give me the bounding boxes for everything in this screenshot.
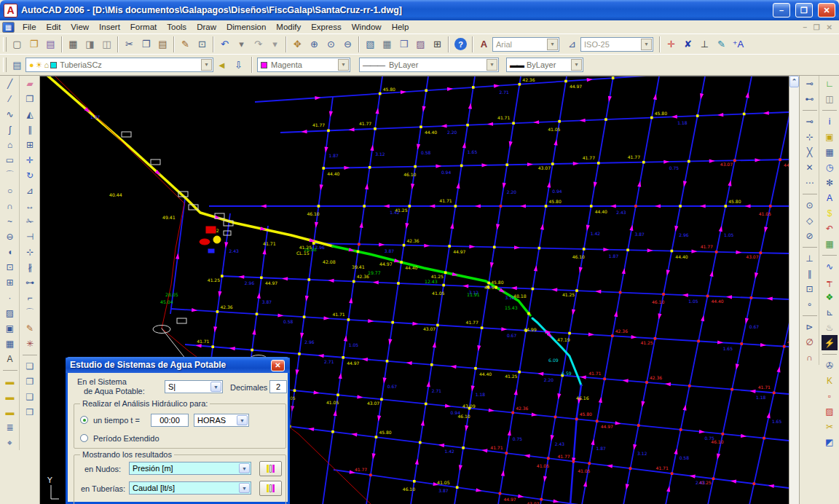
make-block-icon[interactable]: ⊞ xyxy=(2,275,18,290)
circle-icon[interactable]: ○ xyxy=(2,183,18,198)
redo-drop-icon[interactable]: ▾ xyxy=(267,36,283,52)
units-combo-drop-icon[interactable]: ▼ xyxy=(237,415,248,425)
image-icon[interactable]: ▦ xyxy=(822,236,838,251)
zoom-previous-icon[interactable]: ⊖ xyxy=(339,36,356,52)
snap-none-icon[interactable]: ∅ xyxy=(802,334,818,350)
menu-edit[interactable]: Edit xyxy=(42,21,66,33)
spline3-icon[interactable]: ʃ xyxy=(2,122,18,137)
snap-tangent-icon[interactable]: ⊘ xyxy=(802,228,818,243)
ucs-icon[interactable]: ∟ xyxy=(822,76,838,91)
line-icon[interactable]: ╱ xyxy=(2,76,18,91)
snap-intersection-icon[interactable]: ╳ xyxy=(802,144,818,160)
draworder-front-icon[interactable]: ❏ xyxy=(22,358,38,374)
copy-object-icon[interactable]: ❐ xyxy=(22,91,38,106)
redo-icon[interactable]: ↷ xyxy=(250,36,267,52)
mtext-icon[interactable]: A xyxy=(2,351,18,366)
block-tool-icon[interactable]: ❒ xyxy=(395,36,412,52)
massprop-icon[interactable]: ▬ xyxy=(2,404,18,420)
rectangle-icon[interactable]: ▭ xyxy=(2,152,18,168)
scroll-up-icon[interactable]: ⌃ xyxy=(789,76,799,87)
table2-icon[interactable]: ▦ xyxy=(822,144,838,160)
pot-icon[interactable]: ♨ xyxy=(822,320,838,335)
pipes-combo-drop-icon[interactable]: ▼ xyxy=(239,483,250,493)
zoom-window-icon[interactable]: ⊙ xyxy=(323,36,339,52)
hatch-red-icon[interactable]: ▨ xyxy=(822,403,838,419)
undo-icon[interactable]: ↶ xyxy=(216,36,233,52)
font-combo-drop-icon[interactable]: ▾ xyxy=(547,39,558,50)
block-editor-icon[interactable]: ⊡ xyxy=(194,36,210,52)
draworder-back-icon[interactable]: ❐ xyxy=(22,374,38,389)
k-tool-icon[interactable]: K xyxy=(822,373,838,388)
draworder-under-icon[interactable]: ❒ xyxy=(22,404,38,420)
info-icon[interactable]: i xyxy=(822,114,838,129)
insert-block-icon[interactable]: ⊡ xyxy=(2,259,18,275)
revcloud-icon[interactable]: ∩ xyxy=(2,198,18,213)
fields-icon[interactable]: ▦ xyxy=(379,36,395,52)
dim-style-icon[interactable]: ⊿ xyxy=(564,36,580,52)
markup-icon[interactable]: ▨ xyxy=(412,36,429,52)
system-combo-drop-icon[interactable]: ▼ xyxy=(210,382,221,392)
system-combo[interactable]: S| ▼ xyxy=(165,380,223,393)
units-combo[interactable]: HORAS ▼ xyxy=(194,414,249,427)
snap-quadrant-icon[interactable]: ◇ xyxy=(802,213,818,228)
menu-view[interactable]: View xyxy=(66,21,94,33)
maximize-button[interactable]: ❐ xyxy=(795,3,813,17)
draworder-above-icon[interactable]: ❑ xyxy=(22,389,38,404)
layer-sun-icon[interactable]: ☀ xyxy=(36,60,43,70)
plot-icon[interactable]: ▦ xyxy=(65,36,82,52)
point-icon[interactable]: ∙ xyxy=(2,290,18,305)
layer-color-swatch[interactable] xyxy=(50,62,57,68)
cut-icon[interactable]: ✂ xyxy=(121,36,138,52)
hatch-icon[interactable]: ▨ xyxy=(2,305,18,320)
break-icon[interactable]: ∦ xyxy=(22,259,38,275)
single-time-radio[interactable] xyxy=(80,416,88,424)
dialog-title-bar[interactable]: Estudio de Sistemas de Agua Potable xyxy=(66,357,290,373)
layer-lock-icon[interactable]: ⌂ xyxy=(44,60,50,69)
explode-icon[interactable]: ✳ xyxy=(22,336,38,351)
rotate-icon[interactable]: ↻ xyxy=(22,168,38,183)
dim-combo-drop-icon[interactable]: ▾ xyxy=(641,39,652,50)
snap-center-icon[interactable]: ⊙ xyxy=(802,197,818,213)
color-combo-drop-icon[interactable]: ▾ xyxy=(338,59,349,71)
pipe-icon[interactable]: ∿ xyxy=(822,259,838,274)
sheet-set-icon[interactable]: ▧ xyxy=(362,36,379,52)
stretch-icon[interactable]: ↔ xyxy=(22,198,38,213)
snap-midpoint-icon[interactable]: ⊹ xyxy=(802,129,818,144)
join-icon[interactable]: ⊶ xyxy=(22,275,38,290)
plot-axes-icon[interactable]: ⊾ xyxy=(822,304,838,320)
mdi-window-buttons[interactable]: – ❐ ✕ xyxy=(803,23,835,31)
help-icon[interactable]: ? xyxy=(454,38,467,50)
save-icon[interactable]: ▤ xyxy=(42,36,59,52)
chart-icon[interactable]: ◩ xyxy=(822,434,838,449)
snap-insertion-icon[interactable]: ⊡ xyxy=(802,281,818,296)
vertical-scrollbar[interactable]: ⌃ xyxy=(789,76,799,504)
mirror-icon[interactable]: ◭ xyxy=(22,106,38,122)
render-icon[interactable]: ◫ xyxy=(822,91,838,106)
layer-previous-icon[interactable]: ◄ xyxy=(213,57,230,74)
menu-help[interactable]: Help xyxy=(387,21,414,33)
dim-edit-icon[interactable]: ✛ xyxy=(663,36,680,52)
construction-line-icon[interactable]: ⁄ xyxy=(2,91,18,106)
offset-icon[interactable]: ∥ xyxy=(22,122,38,137)
menu-modify[interactable]: Modify xyxy=(271,21,306,33)
snap-node-icon[interactable]: ∘ xyxy=(802,296,818,312)
spline-icon[interactable]: ~ xyxy=(2,213,18,229)
snap-endpoint-icon[interactable]: ⊸ xyxy=(802,114,818,129)
list-icon[interactable]: ≣ xyxy=(2,420,18,435)
zoom-realtime-icon[interactable]: ⊕ xyxy=(306,36,323,52)
nodes-combo-drop-icon[interactable]: ▼ xyxy=(239,463,250,473)
lineweight-combo[interactable]: ▬▬ ByLayer ▾ xyxy=(506,58,583,72)
region-icon[interactable]: ▣ xyxy=(2,320,18,336)
menu-window[interactable]: Window xyxy=(347,21,387,33)
menu-file[interactable]: File xyxy=(17,21,42,33)
snip-icon[interactable]: ✂ xyxy=(822,419,838,434)
snap-settings-icon[interactable]: ∩ xyxy=(802,350,818,365)
toolbar-grip[interactable] xyxy=(3,37,7,52)
text-style-icon[interactable]: A xyxy=(476,36,492,52)
nodes-legend-button[interactable] xyxy=(259,461,282,476)
new-icon[interactable]: ▢ xyxy=(9,36,25,52)
paste-icon[interactable]: ▤ xyxy=(154,36,171,52)
menu-express[interactable]: Express xyxy=(306,21,347,33)
layer-combo[interactable]: ● ☀ ⌂ TuberiaSCz ▾ xyxy=(25,58,213,72)
open-icon[interactable]: ❐ xyxy=(25,36,42,52)
